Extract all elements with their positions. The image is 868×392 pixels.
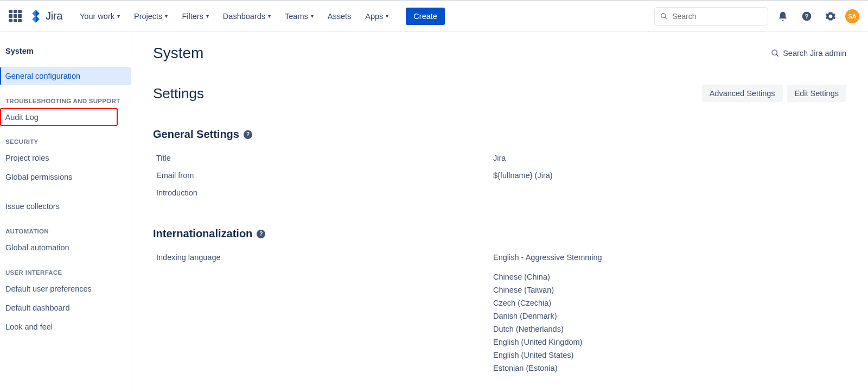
sidebar-title: System (0, 31, 131, 66)
setting-value: Jira (493, 154, 506, 162)
svg-line-1 (665, 17, 667, 19)
language-list: Chinese (China)Chinese (Taiwan)Czech (Cz… (493, 270, 582, 375)
setting-key: Indexing language (153, 253, 493, 262)
language-list-item: Chinese (China) (493, 270, 582, 283)
search-icon (771, 49, 780, 58)
chevron-down-icon: ▾ (206, 13, 209, 19)
sidebar-section-user-interface: User interface (0, 257, 131, 279)
setting-key: Introduction (153, 188, 493, 197)
app-switcher-icon[interactable] (9, 10, 22, 23)
svg-point-0 (661, 13, 666, 17)
sidebar-section-troubleshooting: Troubleshooting and support (0, 86, 131, 108)
global-search[interactable] (654, 7, 768, 26)
chevron-down-icon: ▾ (117, 13, 120, 19)
language-list-item: Czech (Czechia) (493, 296, 582, 309)
help-icon[interactable]: ? (257, 230, 265, 238)
general-settings-heading: General Settings ? (153, 128, 846, 141)
sidebar-item-look-and-feel[interactable]: Look and feel (0, 318, 131, 336)
help-icon[interactable]: ? (797, 7, 816, 26)
setting-row-installed-languages: Chinese (China)Chinese (Taiwan)Czech (Cz… (153, 266, 846, 379)
settings-icon[interactable] (821, 7, 840, 26)
sidebar: System General configuration Troubleshoo… (0, 31, 131, 392)
language-list-item: English (United Kingdom) (493, 336, 582, 349)
jira-logo-icon (29, 10, 42, 23)
svg-text:?: ? (805, 12, 808, 20)
user-avatar[interactable]: SA (845, 9, 859, 23)
sidebar-item-general-configuration[interactable]: General configuration (0, 67, 131, 85)
i18n-table: Indexing language English - Aggressive S… (153, 249, 846, 379)
create-button[interactable]: Create (406, 8, 445, 25)
nav-teams[interactable]: Teams▾ (279, 9, 319, 24)
setting-row-indexing-language: Indexing language English - Aggressive S… (153, 249, 846, 266)
setting-row-email-from: Email from ${fullname} (Jira) (153, 167, 846, 184)
chevron-down-icon: ▾ (311, 13, 314, 19)
sidebar-item-global-permissions[interactable]: Global permissions (0, 168, 131, 186)
setting-row-introduction: Introduction (153, 184, 846, 201)
notifications-icon[interactable] (774, 7, 792, 26)
language-list-item: Estonian (Estonia) (493, 362, 582, 375)
setting-key (153, 270, 493, 375)
sidebar-section-security: Security (0, 127, 131, 148)
chevron-down-icon: ▾ (165, 13, 168, 19)
language-list-item: English (United States) (493, 349, 582, 362)
jira-logo-text: Jira (46, 10, 62, 22)
setting-row-title: Title Jira (153, 149, 846, 167)
chevron-down-icon: ▾ (268, 13, 271, 19)
sidebar-item-project-roles[interactable]: Project roles (0, 149, 131, 167)
advanced-settings-button[interactable]: Advanced Settings (702, 85, 783, 102)
setting-key: Title (153, 154, 493, 162)
main-content: System Search Jira admin Settings Advanc… (131, 31, 868, 392)
internationalization-heading: Internationalization ? (153, 227, 846, 240)
help-icon[interactable]: ? (244, 130, 252, 139)
primary-nav: Your work▾ Projects▾ Filters▾ Dashboards… (74, 9, 394, 24)
sidebar-item-audit-log[interactable]: Audit Log (0, 108, 118, 126)
chevron-down-icon: ▾ (386, 13, 388, 19)
nav-dashboards[interactable]: Dashboards▾ (218, 9, 276, 24)
sidebar-item-global-automation[interactable]: Global automation (0, 238, 131, 257)
setting-key: Email from (153, 171, 493, 180)
sidebar-section-automation: Automation (0, 216, 131, 238)
jira-logo[interactable]: Jira (29, 10, 62, 23)
global-search-input[interactable] (672, 12, 762, 21)
language-list-item: Danish (Denmark) (493, 309, 582, 323)
setting-value: English - Aggressive Stemming (493, 253, 602, 262)
edit-settings-button[interactable]: Edit Settings (787, 85, 846, 102)
page-title: System (153, 45, 203, 62)
language-list-item: Dutch (Netherlands) (493, 323, 582, 336)
nav-assets[interactable]: Assets (322, 9, 357, 24)
sidebar-item-default-dashboard[interactable]: Default dashboard (0, 299, 131, 317)
svg-point-4 (772, 50, 777, 55)
nav-your-work[interactable]: Your work▾ (74, 9, 125, 24)
language-list-item: Chinese (Taiwan) (493, 283, 582, 296)
general-settings-table: Title Jira Email from ${fullname} (Jira)… (153, 149, 846, 201)
nav-filters[interactable]: Filters▾ (176, 9, 214, 24)
sidebar-item-default-user-preferences[interactable]: Default user preferences (0, 280, 131, 298)
nav-projects[interactable]: Projects▾ (129, 9, 173, 24)
svg-line-5 (776, 54, 778, 56)
search-icon (660, 12, 668, 21)
setting-value: ${fullname} (Jira) (493, 171, 553, 180)
sidebar-item-issue-collectors[interactable]: Issue collectors (0, 197, 131, 216)
nav-apps[interactable]: Apps▾ (360, 9, 394, 24)
search-jira-admin-button[interactable]: Search Jira admin (771, 49, 846, 58)
settings-heading: Settings (153, 85, 204, 102)
top-navigation: Jira Your work▾ Projects▾ Filters▾ Dashb… (0, 0, 868, 31)
